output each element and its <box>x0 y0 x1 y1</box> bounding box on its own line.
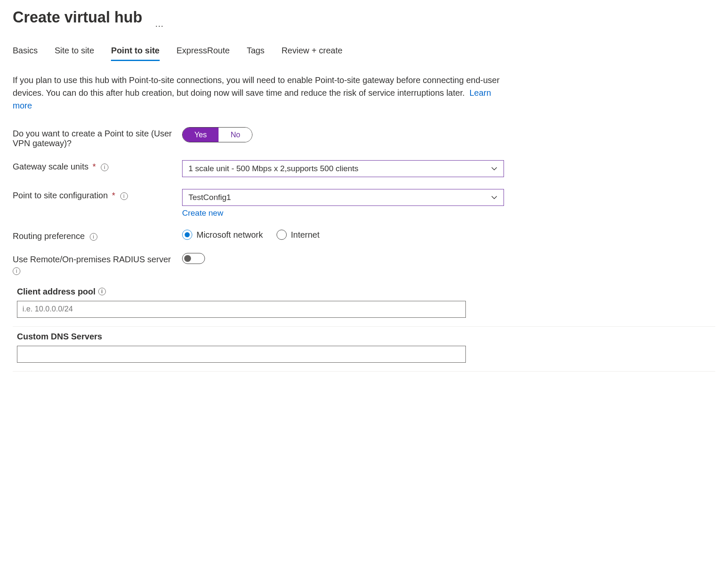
radio-icon <box>182 230 192 240</box>
p2s-config-select[interactable]: TestConfig1 <box>182 189 504 206</box>
p2s-config-value: TestConfig1 <box>188 193 231 202</box>
create-p2s-label: Do you want to create a Point to site (U… <box>13 127 182 148</box>
dns-input[interactable] <box>17 346 466 363</box>
intro-body: If you plan to use this hub with Point-t… <box>13 75 500 97</box>
tab-point-to-site[interactable]: Point to site <box>111 43 159 61</box>
required-asterisk: * <box>93 162 96 171</box>
create-p2s-no[interactable]: No <box>219 128 252 142</box>
info-icon[interactable]: i <box>13 267 20 275</box>
routing-pref-internet[interactable]: Internet <box>277 230 320 240</box>
create-new-link[interactable]: Create new <box>182 208 504 218</box>
info-icon[interactable]: i <box>98 288 106 295</box>
section-divider <box>13 326 715 327</box>
create-p2s-toggle[interactable]: Yes No <box>182 127 252 142</box>
radius-toggle[interactable] <box>182 253 205 264</box>
section-divider <box>13 371 715 372</box>
scale-units-label: Gateway scale units <box>13 162 89 171</box>
client-pool-input[interactable] <box>17 301 466 318</box>
more-actions-icon[interactable]: ⋯ <box>155 21 164 31</box>
create-p2s-yes[interactable]: Yes <box>183 128 219 142</box>
info-icon[interactable]: i <box>120 192 128 200</box>
tab-tags[interactable]: Tags <box>246 43 264 61</box>
radius-label: Use Remote/On-premises RADIUS server <box>13 255 171 264</box>
scale-units-select[interactable]: 1 scale unit - 500 Mbps x 2,supports 500… <box>182 160 504 177</box>
tab-bar: Basics Site to site Point to site Expres… <box>13 43 715 61</box>
info-icon[interactable]: i <box>90 233 97 241</box>
dns-header: Custom DNS Servers <box>17 332 102 342</box>
page-title: Create virtual hub <box>13 8 142 26</box>
routing-pref-label: Routing preference <box>13 231 85 241</box>
chevron-down-icon <box>491 165 498 172</box>
tab-site-to-site[interactable]: Site to site <box>55 43 94 61</box>
routing-pref-msnetwork-label: Microsoft network <box>197 230 263 240</box>
required-asterisk: * <box>112 191 115 200</box>
chevron-down-icon <box>491 194 498 201</box>
scale-units-value: 1 scale unit - 500 Mbps x 2,supports 500… <box>188 164 358 173</box>
intro-text: If you plan to use this hub with Point-t… <box>13 74 500 112</box>
routing-pref-msnetwork[interactable]: Microsoft network <box>182 230 263 240</box>
radio-icon <box>277 230 287 240</box>
tab-expressroute[interactable]: ExpressRoute <box>177 43 230 61</box>
routing-pref-internet-label: Internet <box>291 230 320 240</box>
toggle-knob-icon <box>184 255 191 262</box>
p2s-config-label: Point to site configuration <box>13 191 108 200</box>
info-icon[interactable]: i <box>101 164 108 171</box>
tab-basics[interactable]: Basics <box>13 43 38 61</box>
client-pool-header: Client address pool <box>17 287 96 297</box>
tab-review-create[interactable]: Review + create <box>282 43 343 61</box>
